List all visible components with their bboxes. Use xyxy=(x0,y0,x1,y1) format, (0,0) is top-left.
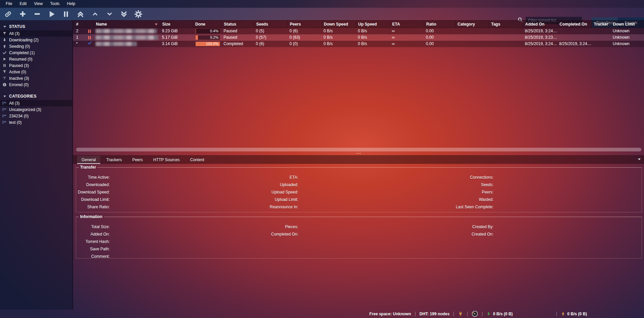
tab-content[interactable]: Content xyxy=(186,156,209,164)
global-upload-speed[interactable]: 0 B/s (0 B) xyxy=(561,312,587,316)
label-comment: Comment: xyxy=(76,253,110,261)
col-header-up-speed[interactable]: Up Speed xyxy=(356,21,390,28)
label-torrent-hash: Torrent Hash: xyxy=(76,239,110,246)
menu-edit[interactable]: Edit xyxy=(16,0,30,8)
sidebar: STATUS All (3) Downloading (2) Seeding (… xyxy=(0,20,73,310)
options-icon[interactable] xyxy=(134,9,143,19)
table-row[interactable]: 2 9.23 GiB 0.4% Paused 0 (5) 0 (6) 0 B/s… xyxy=(73,28,644,34)
col-header-added-on[interactable]: Added On xyxy=(523,21,557,28)
transfer-section: Transfer Time Active: Downloaded: Downlo… xyxy=(76,165,642,212)
menu-help[interactable]: Help xyxy=(63,0,79,8)
col-header-eta[interactable]: ETA xyxy=(390,21,424,28)
col-header-state[interactable] xyxy=(86,21,94,28)
download-arrow-icon xyxy=(486,312,491,316)
sidebar-item-completed[interactable]: Completed (1) xyxy=(0,49,72,56)
menu-file[interactable]: File xyxy=(2,0,16,8)
menu-tools[interactable]: Tools xyxy=(46,0,63,8)
sidebar-item-seeding[interactable]: Seeding (0) xyxy=(0,43,72,49)
col-header-peers[interactable]: Peers xyxy=(287,21,321,28)
label-download-speed: Download Speed: xyxy=(76,189,110,197)
alt-speed-gauge-icon[interactable] xyxy=(472,311,478,317)
menu-view[interactable]: View xyxy=(30,0,46,8)
collapse-arrow-icon xyxy=(3,96,6,97)
sidebar-category-all[interactable]: All (3) xyxy=(0,100,72,106)
sidebar-category-234234[interactable]: 234234 (0) xyxy=(0,113,72,119)
resume-icon[interactable] xyxy=(47,9,56,19)
col-header-category[interactable]: Category xyxy=(455,21,489,28)
tab-trackers[interactable]: Trackers xyxy=(102,156,126,164)
collapse-arrow-icon xyxy=(3,26,6,28)
filter-dim-icon xyxy=(2,76,7,80)
pause-icon xyxy=(2,63,7,68)
col-header-tags[interactable]: Tags xyxy=(489,21,523,28)
pause-icon[interactable] xyxy=(61,9,71,19)
categories-section-header[interactable]: CATEGORIES xyxy=(0,93,72,100)
folder-icon xyxy=(2,120,7,125)
paused-state-icon xyxy=(88,30,91,33)
move-bottom-icon[interactable] xyxy=(119,9,129,19)
col-header-name[interactable]: Name xyxy=(94,21,160,28)
sidebar-item-paused[interactable]: Paused (3) xyxy=(0,62,72,69)
col-header-done[interactable]: Done xyxy=(193,21,222,28)
detail-tab-bar: General Trackers Peers HTTP Sources Cont… xyxy=(73,155,644,164)
delete-icon[interactable] xyxy=(32,9,42,19)
col-header-number[interactable]: # xyxy=(73,21,86,28)
tab-peers[interactable]: Peers xyxy=(128,156,147,164)
progress-cell: 0.4% xyxy=(193,28,222,34)
table-header: # Name Size Done Status Seeds Peers Down… xyxy=(73,20,644,28)
sidebar-category-test[interactable]: test (0) xyxy=(0,119,72,126)
torrent-name-redacted xyxy=(94,41,160,47)
label-downloaded: Downloaded: xyxy=(76,182,110,189)
move-down-icon[interactable] xyxy=(105,9,114,19)
horizontal-scrollbar[interactable] xyxy=(76,148,641,151)
label-created-on: Created On: xyxy=(453,231,494,239)
collapse-panel-icon[interactable] xyxy=(638,158,641,160)
label-total-size: Total Size: xyxy=(76,224,110,231)
panel-splitter-handle[interactable] xyxy=(73,151,644,155)
col-header-status[interactable]: Status xyxy=(222,21,254,28)
connection-plug-icon[interactable] xyxy=(458,311,463,317)
move-up-icon[interactable] xyxy=(90,9,100,19)
label-completed-on: Completed On: xyxy=(265,231,298,239)
col-header-size[interactable]: Size xyxy=(160,21,193,28)
torrent-table: # Name Size Done Status Seeds Peers Down… xyxy=(73,20,644,47)
progress-fill xyxy=(196,35,198,40)
col-header-down-limit[interactable]: Down Limit xyxy=(611,21,644,28)
status-section-header[interactable]: STATUS xyxy=(0,23,72,30)
label-added-on: Added On: xyxy=(76,231,110,239)
tab-general[interactable]: General xyxy=(77,156,100,164)
information-legend: Information xyxy=(79,214,104,219)
dht-nodes: DHT: 199 nodes xyxy=(419,312,449,316)
filter-icon xyxy=(2,70,7,74)
qbittorrent-webui: File Edit View Tools Help xyxy=(0,0,644,318)
sidebar-category-uncategorized[interactable]: Uncategorized (3) xyxy=(0,106,72,113)
sidebar-item-downloading[interactable]: Downloading (2) xyxy=(0,37,72,43)
table-row[interactable]: * 3.14 GiB 100.0% Completed 0 (6) 0 (0) … xyxy=(73,41,644,47)
col-header-ratio[interactable]: Ratio xyxy=(424,21,455,28)
information-section: Information Total Size: Added On: Torren… xyxy=(76,214,642,258)
col-header-completed-on[interactable]: Completed On xyxy=(557,21,591,28)
label-time-active: Time Active: xyxy=(76,174,110,182)
sidebar-item-all-status[interactable]: All (3) xyxy=(0,30,72,37)
label-upload-speed: Upload Speed: xyxy=(265,189,298,197)
sidebar-item-resumed[interactable]: Resumed (0) xyxy=(0,56,72,62)
error-icon xyxy=(2,82,7,87)
sidebar-item-inactive[interactable]: Inactive (3) xyxy=(0,75,72,81)
col-header-tracker[interactable]: Tracker xyxy=(591,21,611,28)
filter-icon xyxy=(2,31,7,36)
label-connections: Connections: xyxy=(453,174,494,182)
label-created-by: Created By: xyxy=(453,224,494,231)
sidebar-item-active[interactable]: Active (0) xyxy=(0,69,72,75)
table-row[interactable]: 1 5.17 GiB 9.2% Paused 0 (57) 0 (63) 0 B… xyxy=(73,34,644,41)
global-download-speed[interactable]: 0 B/s (0 B) xyxy=(486,312,513,316)
add-torrent-icon[interactable] xyxy=(18,9,27,19)
col-header-seeds[interactable]: Seeds xyxy=(254,21,287,28)
link-icon[interactable] xyxy=(3,9,13,19)
label-pieces: Pieces: xyxy=(265,224,298,231)
sidebar-item-errored[interactable]: Errored (0) xyxy=(0,81,72,88)
move-top-icon[interactable] xyxy=(76,9,85,19)
sort-desc-icon xyxy=(155,24,158,25)
progress-cell: 9.2% xyxy=(193,34,222,41)
col-header-down-speed[interactable]: Down Speed xyxy=(321,21,356,28)
tab-http-sources[interactable]: HTTP Sources xyxy=(149,156,184,164)
